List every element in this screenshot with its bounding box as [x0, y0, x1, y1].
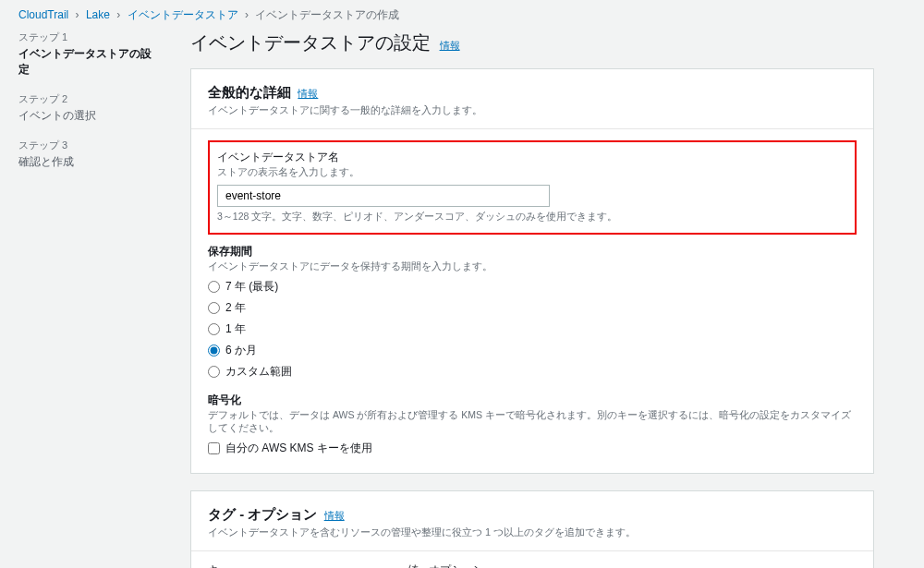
- panel-description: イベントデータストアに関する一般的な詳細を入力します。: [208, 103, 857, 117]
- name-field-rule: 3～128 文字。文字、数字、ピリオド、アンダースコア、ダッシュのみを使用できま…: [217, 211, 847, 224]
- page-title: イベントデータストアの設定 情報: [190, 30, 874, 55]
- wizard-step-3[interactable]: ステップ 3 確認と作成: [18, 139, 157, 170]
- wizard-sidebar: ステップ 1 イベントデータストアの設定 ステップ 2 イベントの選択 ステップ…: [18, 30, 157, 568]
- retention-option-6m[interactable]: 6 か月: [208, 343, 857, 358]
- chevron-right-icon: ›: [245, 8, 249, 21]
- retention-option-2y[interactable]: 2 年: [208, 300, 857, 316]
- info-link[interactable]: 情報: [298, 88, 318, 99]
- info-link[interactable]: 情報: [440, 40, 460, 51]
- step-label: イベントの選択: [18, 108, 157, 124]
- info-link[interactable]: 情報: [324, 510, 345, 521]
- tag-value-label: 値 - オプション: [407, 562, 592, 568]
- encryption-label: 暗号化: [208, 393, 857, 408]
- breadcrumb: CloudTrail › Lake › イベントデータストア › イベントデータ…: [0, 0, 924, 30]
- retention-label: 保存期間: [208, 244, 857, 260]
- divider: [191, 128, 873, 129]
- retention-option-7y[interactable]: 7 年 (最長): [208, 279, 857, 295]
- panel-description: イベントデータストアを含むリソースの管理や整理に役立つ 1 つ以上のタグを追加で…: [208, 526, 857, 539]
- breadcrumb-link-lake[interactable]: Lake: [86, 8, 110, 21]
- use-own-kms-checkbox[interactable]: 自分の AWS KMS キーを使用: [208, 441, 857, 456]
- step-number: ステップ 1: [18, 30, 157, 44]
- step-number: ステップ 2: [18, 92, 157, 106]
- step-label: イベントデータストアの設定: [18, 46, 157, 78]
- panel-header: 全般的な詳細: [208, 84, 291, 100]
- wizard-step-2[interactable]: ステップ 2 イベントの選択: [18, 92, 157, 124]
- tags-panel: タグ - オプション 情報 イベントデータストアを含むリソースの管理や整理に役立…: [190, 490, 874, 568]
- retention-option-custom[interactable]: カスタム範囲: [208, 364, 857, 380]
- general-details-panel: 全般的な詳細 情報 イベントデータストアに関する一般的な詳細を入力します。 イベ…: [190, 68, 874, 474]
- event-store-name-input[interactable]: [217, 185, 550, 207]
- retention-hint: イベントデータストアにデータを保持する期間を入力します。: [208, 260, 857, 273]
- breadcrumb-current: イベントデータストアの作成: [255, 8, 399, 21]
- breadcrumb-link-eventstore[interactable]: イベントデータストア: [128, 8, 238, 21]
- breadcrumb-link-cloudtrail[interactable]: CloudTrail: [18, 8, 68, 21]
- panel-header: タグ - オプション: [208, 506, 317, 522]
- highlight-annotation: イベントデータストア名 ストアの表示名を入力します。 3～128 文字。文字、数…: [208, 140, 857, 235]
- tag-key-label: キー: [208, 562, 393, 568]
- encryption-hint: デフォルトでは、データは AWS が所有および管理する KMS キーで暗号化され…: [208, 409, 857, 435]
- divider: [191, 550, 873, 551]
- step-number: ステップ 3: [18, 139, 157, 152]
- chevron-right-icon: ›: [116, 8, 120, 21]
- name-field-label: イベントデータストア名: [217, 150, 847, 165]
- chevron-right-icon: ›: [76, 8, 79, 21]
- step-label: 確認と作成: [18, 154, 157, 170]
- name-field-hint: ストアの表示名を入力します。: [217, 166, 847, 179]
- retention-option-1y[interactable]: 1 年: [208, 321, 857, 337]
- wizard-step-1[interactable]: ステップ 1 イベントデータストアの設定: [18, 30, 157, 78]
